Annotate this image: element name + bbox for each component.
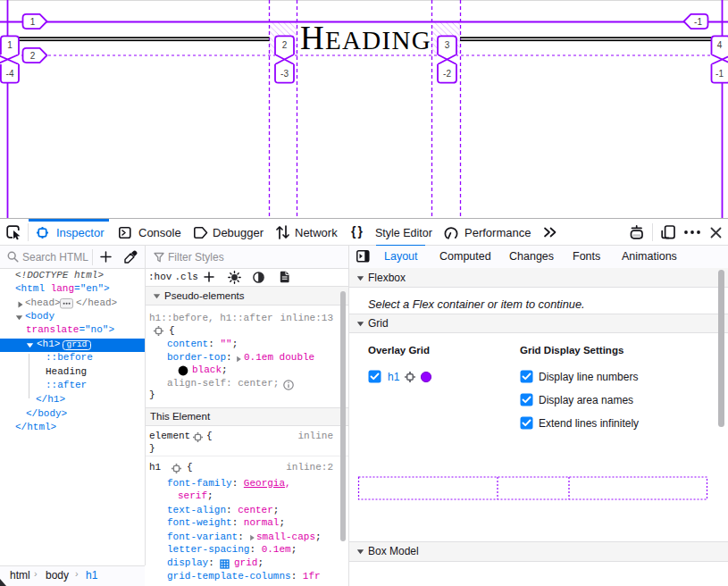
svg-text:-4: -4 bbox=[6, 69, 14, 79]
svg-text:-2: -2 bbox=[443, 69, 451, 79]
svg-text:-1: -1 bbox=[715, 69, 724, 79]
svg-text:-3: -3 bbox=[280, 69, 289, 79]
svg-text:2: 2 bbox=[282, 40, 288, 50]
svg-text:4: 4 bbox=[717, 40, 723, 50]
svg-text:-1: -1 bbox=[694, 17, 702, 27]
svg-text:2: 2 bbox=[30, 51, 36, 61]
svg-text:3: 3 bbox=[445, 40, 450, 50]
svg-text:1: 1 bbox=[30, 17, 36, 27]
svg-text:1: 1 bbox=[7, 40, 13, 50]
